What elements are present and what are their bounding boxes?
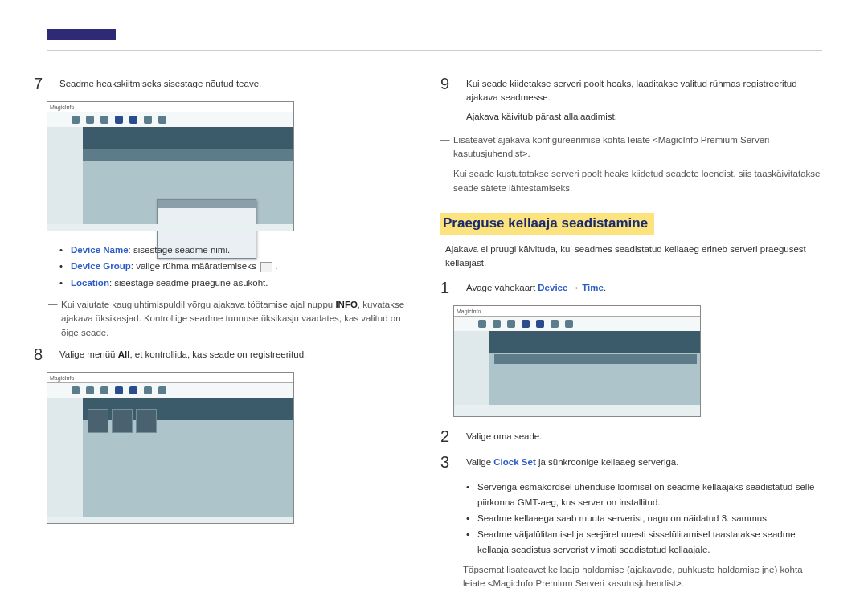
step-7-note: Kui vajutate kaugjuhtimispuldil võrgu aj… xyxy=(48,298,418,340)
step-9-text: Kui seade kiidetakse serveri poolt heaks… xyxy=(466,76,825,124)
label-location: Location xyxy=(71,278,109,288)
app-tabs xyxy=(454,331,700,353)
label-device-name: Device Name xyxy=(71,245,129,255)
app-toolbar xyxy=(47,383,293,398)
screenshot-time-tab: MagicInfo xyxy=(453,305,701,417)
step-8-text: Valige menüü All, et kontrollida, kas se… xyxy=(59,346,418,362)
step-9-note-1: Lisateavet ajakava konfigureerimise koht… xyxy=(440,133,825,161)
chapter-marker xyxy=(47,29,116,40)
label-device-group: Device Group xyxy=(71,261,131,271)
app-body xyxy=(83,161,293,224)
step-number: 8 xyxy=(34,346,59,362)
step-2: 2 Valige oma seade. xyxy=(440,428,825,444)
app-toolbar xyxy=(47,112,293,127)
device-thumbnails xyxy=(88,409,157,433)
bullet-device-group: Device Group: valige rühma määratlemisek… xyxy=(59,259,418,273)
bullet-device-name: Device Name: sisestage seadme nimi. xyxy=(59,243,418,257)
bullet-restore: Seadme väljalülitamisel ja seejärel uues… xyxy=(466,527,825,557)
app-logo: MagicInfo xyxy=(47,373,293,383)
step-3-bullets: Serveriga esmakordsel ühenduse loomisel … xyxy=(466,480,825,557)
bullet-gmt: Serveriga esmakordsel ühenduse loomisel … xyxy=(466,480,825,509)
time-tab-label: Time xyxy=(582,283,604,292)
step-1-text: Avage vahekaart Device → Time. xyxy=(466,280,825,296)
step-9-note-2: Kui seade kustutatakse serveri poolt hea… xyxy=(440,167,825,195)
step-3-note: Täpsemat lisateavet kellaaja haldamise (… xyxy=(450,563,825,591)
all-label: All xyxy=(118,349,130,359)
step-1: 1 Avage vahekaart Device → Time. xyxy=(440,280,825,296)
section-title-clock: Praeguse kellaaja seadistamine xyxy=(440,213,654,235)
step-2-text: Valige oma seade. xyxy=(466,428,825,444)
app-footer xyxy=(47,517,293,523)
step-7: 7 Seadme heakskiitmiseks sisestage nõutu… xyxy=(34,76,418,92)
app-sidebar xyxy=(47,398,83,517)
step-number: 2 xyxy=(440,428,466,444)
bullet-change-server: Seadme kellaaega saab muuta serverist, n… xyxy=(466,511,825,525)
bullet-location: Location: sisestage seadme praegune asuk… xyxy=(59,276,418,290)
step-3: 3 Valige Clock Set ja sünkroonige kellaa… xyxy=(440,454,825,470)
right-column: 9 Kui seade kiidetakse serveri poolt hea… xyxy=(440,76,825,598)
app-subbar xyxy=(47,149,293,161)
step-number: 9 xyxy=(440,76,466,124)
app-tabs xyxy=(47,398,293,420)
step-number: 7 xyxy=(34,76,59,92)
screenshot-device-approve: MagicInfo xyxy=(47,101,294,231)
screenshot-device-list: MagicInfo xyxy=(47,372,294,524)
section-intro: Ajakava ei pruugi käivituda, kui seadmes… xyxy=(445,243,825,271)
time-toolbar xyxy=(494,354,697,364)
app-footer xyxy=(47,224,293,231)
app-toolbar xyxy=(454,317,700,331)
step-8: 8 Valige menüü All, et kontrollida, kas … xyxy=(34,346,418,362)
app-footer xyxy=(454,405,700,416)
app-sidebar xyxy=(47,127,83,224)
step-9: 9 Kui seade kiidetakse serveri poolt hea… xyxy=(440,76,825,124)
app-logo: MagicInfo xyxy=(454,306,700,317)
device-tab-label: Device xyxy=(538,283,567,292)
ellipsis-button-icon: ... xyxy=(260,262,272,272)
app-tabs xyxy=(47,127,293,149)
left-column: 7 Seadme heakskiitmiseks sisestage nõutu… xyxy=(34,76,418,535)
step-7-text: Seadme heakskiitmiseks sisestage nõutud … xyxy=(59,76,418,92)
step-7-bullets: Device Name: sisestage seadme nimi. Devi… xyxy=(59,243,418,290)
step-number: 1 xyxy=(440,280,466,296)
info-label: INFO xyxy=(335,300,357,309)
step-3-text: Valige Clock Set ja sünkroonige kellaaeg… xyxy=(466,454,825,470)
header-divider xyxy=(47,50,822,51)
clock-set-label: Clock Set xyxy=(493,457,535,467)
step-number: 3 xyxy=(440,454,466,470)
app-sidebar xyxy=(454,331,489,405)
app-logo: MagicInfo xyxy=(47,102,293,112)
